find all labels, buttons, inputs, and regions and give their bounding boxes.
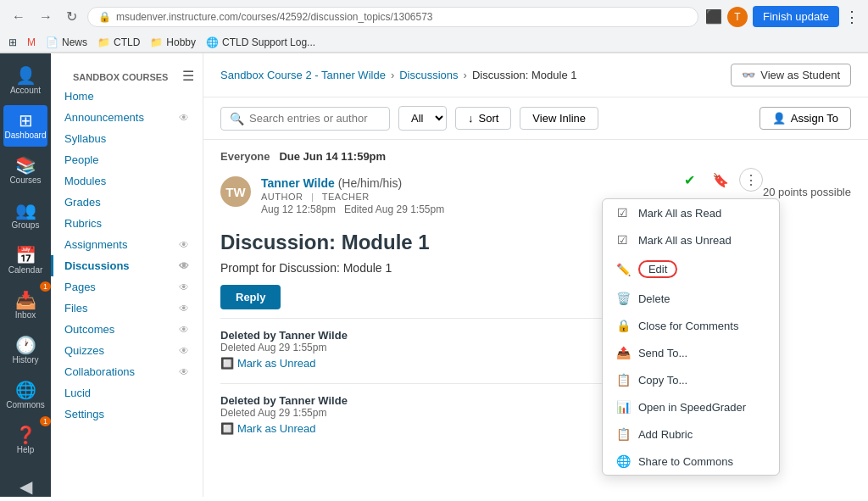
menu-item-mark-all-unread[interactable]: ☑ Mark All as Unread	[603, 226, 779, 253]
nav-collapse-button[interactable]: ◀	[3, 471, 47, 497]
sidebar-item-syllabus[interactable]: Syllabus	[51, 128, 203, 149]
sidebar-item-rubrics[interactable]: Rubrics	[51, 213, 203, 234]
bookmark-icon[interactable]: 🔖	[709, 168, 732, 192]
announcements-visibility-icon: 👁	[179, 112, 189, 124]
menu-item-close-comments[interactable]: 🔒 Close for Comments	[603, 312, 779, 339]
profile-icon[interactable]: T	[727, 7, 748, 27]
menu-item-add-rubric[interactable]: 📋 Add Rubric	[603, 420, 779, 448]
nav-item-inbox[interactable]: 📥 Inbox 1	[3, 285, 47, 326]
copy-to-icon: 📋	[616, 373, 630, 387]
student-view-icon: 👓	[742, 69, 755, 81]
commons-icon: 🌐	[15, 381, 36, 398]
main-content: Sandbox Course 2 - Tanner Wilde › Discus…	[203, 53, 868, 497]
close-comments-icon: 🔒	[616, 319, 630, 332]
menu-item-share-commons[interactable]: 🌐 Share to Commons	[603, 448, 779, 475]
view-inline-button[interactable]: View Inline	[520, 107, 598, 130]
sidebar-item-settings[interactable]: Settings	[51, 404, 203, 425]
filter-select[interactable]: All	[398, 106, 447, 131]
edit-icon: ✏️	[616, 263, 630, 276]
assign-to-button[interactable]: 👤 Assign To	[760, 107, 851, 130]
sidebar-item-collaborations[interactable]: Collaborations 👁	[51, 361, 203, 382]
nav-item-groups[interactable]: 👥 Groups	[3, 195, 47, 237]
reload-button[interactable]: ↻	[63, 5, 81, 28]
bookmark-ctld-support[interactable]: 🌐 CTLD Support Log...	[206, 36, 315, 48]
sort-button[interactable]: ↓ Sort	[455, 107, 511, 130]
breadcrumb-section-link[interactable]: Discussions	[399, 69, 458, 81]
url-bar[interactable]: 🔒 msudenver.instructure.com/courses/4259…	[87, 7, 698, 27]
back-button[interactable]: ←	[8, 6, 29, 28]
bookmarks-bar: ⊞ M 📄 News 📁 CTLD 📁 Hobby 🌐 CTLD Support…	[0, 33, 868, 53]
nav-item-commons[interactable]: 🌐 Commons	[3, 375, 47, 416]
bookmark-news[interactable]: 📄 News	[46, 36, 87, 48]
menu-icon[interactable]: ⋮	[844, 8, 860, 26]
sidebar-item-grades[interactable]: Grades	[51, 192, 203, 213]
bookmark-ctld[interactable]: 📁 CTLD	[97, 36, 140, 48]
nav-item-help[interactable]: ❓ Help 1	[3, 420, 47, 461]
author-name-link[interactable]: Tanner Wilde	[261, 176, 335, 190]
help-icon: ❓	[15, 426, 36, 443]
sidebar-item-home[interactable]: Home	[51, 86, 203, 107]
nav-item-calendar[interactable]: 📅 Calendar	[3, 240, 47, 281]
check-icon[interactable]: ✔	[678, 168, 702, 192]
sidebar-item-modules[interactable]: Modules	[51, 170, 203, 192]
breadcrumb: Sandbox Course 2 - Tanner Wilde › Discus…	[220, 69, 576, 81]
sidebar-item-announcements[interactable]: Announcements 👁	[51, 107, 203, 128]
menu-item-send-to[interactable]: 📤 Send To...	[603, 339, 779, 366]
menu-item-delete[interactable]: 🗑️ Delete	[603, 285, 779, 312]
meta-everyone: Everyone	[220, 150, 270, 163]
mark-unread-icon-2: 🔲	[220, 422, 234, 435]
view-as-student-button[interactable]: 👓 View as Student	[731, 64, 851, 86]
extensions-icon[interactable]: ⬛	[705, 8, 722, 25]
search-box[interactable]: 🔍	[220, 107, 390, 131]
bookmark-gmail[interactable]: M	[27, 36, 36, 48]
account-icon: 👤	[15, 67, 36, 84]
sidebar-item-discussions[interactable]: Discussions 👁	[51, 255, 203, 276]
sidebar-item-outcomes[interactable]: Outcomes 👁	[51, 319, 203, 340]
inbox-badge: 1	[40, 281, 51, 292]
nav-label-commons: Commons	[6, 400, 45, 409]
author-block: TW Tanner Wilde (He/him/his) AUTHOR | TE…	[220, 168, 763, 224]
add-rubric-icon: 📋	[616, 427, 630, 441]
menu-item-copy-to[interactable]: 📋 Copy To...	[603, 366, 779, 393]
reply-button[interactable]: Reply	[220, 285, 281, 309]
collapse-icon: ◀	[19, 478, 32, 495]
news-icon: 📄	[46, 36, 58, 48]
action-icons: ✔ 🔖 ⋮ ☑ Mark All as Read ☑ Mark All as	[678, 168, 763, 192]
finish-update-button[interactable]: Finish update	[753, 6, 839, 27]
menu-item-mark-all-read[interactable]: ☑ Mark All as Read	[603, 199, 779, 226]
courses-icon: 📚	[15, 157, 36, 174]
nav-item-history[interactable]: 🕐 History	[3, 330, 47, 371]
assign-icon: 👤	[772, 112, 786, 125]
delete-icon: 🗑️	[616, 292, 630, 305]
url-text: msudenver.instructure.com/courses/42592/…	[116, 11, 433, 23]
menu-item-speedgrader[interactable]: 📊 Open in SpeedGrader	[603, 393, 779, 420]
sidebar-item-people[interactable]: People	[51, 149, 203, 170]
sidebar-item-assignments[interactable]: Assignments 👁	[51, 234, 203, 255]
sidebar-item-pages[interactable]: Pages 👁	[51, 276, 203, 298]
sort-icon: ↓	[468, 112, 474, 125]
nav-item-dashboard[interactable]: ⊞ Dashboard	[3, 105, 47, 147]
nav-item-account[interactable]: 👤 Account	[3, 60, 47, 102]
nav-label-groups: Groups	[12, 220, 40, 230]
bookmark-hobby[interactable]: 📁 Hobby	[150, 36, 196, 48]
nav-item-courses[interactable]: 📚 Courses	[3, 150, 47, 192]
pages-visibility-icon: 👁	[179, 281, 189, 293]
quizzes-visibility-icon: 👁	[179, 345, 189, 357]
sidebar-item-files[interactable]: Files 👁	[51, 298, 203, 319]
sidebar-hamburger-icon[interactable]: ☰	[182, 68, 194, 84]
calendar-icon: 📅	[15, 247, 36, 264]
search-input[interactable]	[249, 112, 381, 125]
breadcrumb-course-link[interactable]: Sandbox Course 2 - Tanner Wilde	[220, 69, 386, 81]
apps-icon[interactable]: ⊞	[8, 36, 17, 48]
menu-item-edit[interactable]: ✏️ Edit	[603, 253, 779, 285]
mark-unread-icon-1: 🔲	[220, 357, 234, 370]
sidebar-item-quizzes[interactable]: Quizzes 👁	[51, 340, 203, 361]
more-options-button[interactable]: ⋮	[739, 168, 763, 192]
sidebar-item-lucid[interactable]: Lucid	[51, 382, 203, 404]
author-role: AUTHOR | TEACHER	[261, 190, 444, 203]
author-time: Aug 12 12:58pm Edited Aug 29 1:55pm	[261, 203, 444, 215]
assignments-visibility-icon: 👁	[179, 239, 189, 251]
inbox-icon: 📥	[15, 292, 36, 309]
left-nav: 👤 Account ⊞ Dashboard 📚 Courses 👥 Groups…	[0, 53, 51, 497]
forward-button[interactable]: →	[36, 6, 56, 28]
